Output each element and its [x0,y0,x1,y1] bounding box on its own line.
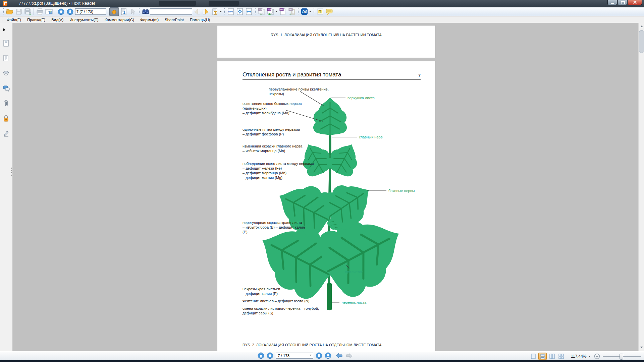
select-annotation-button[interactable] [128,8,137,16]
history-dropdown-caret[interactable] [220,11,222,13]
scroll-down-button[interactable] [639,345,644,351]
select-text-button[interactable] [119,8,128,16]
next-page-button[interactable] [65,8,74,16]
email-button[interactable] [44,8,53,16]
panel-splitter-handle[interactable] [11,168,12,176]
toolbar-grip[interactable] [313,8,315,15]
continuous-facing-mode-button[interactable] [557,353,565,360]
last-page-button[interactable] [325,352,331,359]
open-button[interactable] [5,8,14,16]
label-phosphorus-deficiency: одиночные пятна между нервами– дефицит ф… [243,127,300,136]
menu-tools[interactable]: Инструменты(T) [66,17,101,22]
menu-view[interactable]: Вид(V) [48,17,66,22]
label-molybdenum-deficiency: осветление около боковых нервов(наименьш… [243,101,302,115]
next-page-button-status[interactable] [316,352,322,359]
convert-from-scanner-button[interactable]: PDF [266,8,275,16]
save-as-icon [24,8,32,15]
docusign-button[interactable]: DS [300,8,309,16]
find-previous-button[interactable] [192,8,201,16]
svg-text:PDF: PDF [259,9,262,11]
search-input[interactable] [150,8,192,15]
arrow-up-circle-icon [58,8,64,15]
toolbar-grip[interactable] [2,8,4,15]
toolbar-separator [55,8,55,15]
single-page-mode-button[interactable] [529,353,537,360]
figure-2-caption: RYS. 2. ЛОКАЛИЗАЦИЯ ОТЛОНЕНИЙ РОСТА НА О… [243,343,382,347]
previous-page-button-status[interactable] [267,352,273,359]
menu-edit[interactable]: Правка(E) [24,17,48,22]
docusign-dropdown-caret[interactable] [309,11,311,13]
security-panel-button[interactable] [3,115,10,122]
facing-mode-button[interactable] [548,353,556,360]
svg-text:PDF: PDF [268,9,271,11]
zoom-out-button[interactable] [594,353,600,359]
bookmarks-panel-button[interactable] [3,40,10,47]
zoom-dropdown-caret[interactable] [589,356,591,358]
menu-file[interactable]: Файл(F) [4,17,24,22]
pdf-from-scanner-icon: PDF [267,8,274,15]
previous-view-button[interactable] [336,353,343,359]
find-button[interactable] [141,8,150,16]
panel-expand-arrow[interactable] [3,28,7,32]
page-combo-caret[interactable] [310,355,312,357]
menubar-grip[interactable] [1,17,3,22]
svg-text:PDF: PDF [280,9,283,11]
toolbar-grip[interactable] [297,8,299,15]
single-page-icon [531,354,536,359]
convert-dropdown-caret[interactable] [275,11,277,13]
convert-from-file-button[interactable]: PDF [257,8,266,16]
label-stipule: прилисток [345,270,363,274]
pdf-page-6: RYS. 1. ЛОКАЛИЗАЦИЯ ОТКЛОНЕНИЙ НА РАСТЕН… [217,25,435,58]
note-comment-button[interactable] [325,8,334,16]
toolbar-grip[interactable] [254,8,256,15]
continuous-icon [540,354,545,359]
print-button[interactable] [35,8,44,16]
actual-size-button[interactable]: 100% [226,8,235,16]
comments-panel-button[interactable] [3,85,10,92]
blank-pdf-button[interactable]: PDF [278,8,287,16]
page-number-field[interactable] [75,8,106,15]
close-button[interactable] [628,0,642,5]
continuous-mode-button[interactable] [538,353,547,360]
previous-page-button[interactable] [56,8,65,16]
svg-text:T: T [319,10,321,14]
save-button[interactable] [14,8,23,16]
find-next-button[interactable] [201,8,210,16]
menu-help[interactable]: Помощь(H) [187,17,213,22]
print-icon [36,8,44,15]
history-button[interactable] [210,8,219,16]
label-fe-mn-mg-deficiency: побледнение всего листа между нервами– д… [243,161,314,180]
zoom-slider-thumb[interactable] [620,354,623,360]
attachments-panel-button[interactable] [3,100,10,107]
label-leaf-edge-necrosis: некрозы края листьев– дефицит калия (P) [243,287,280,296]
svg-text:DS: DS [302,10,308,14]
toolbar-grip[interactable] [138,8,140,15]
layers-panel-button[interactable] [3,70,10,77]
window-controls [607,0,642,5]
scroll-up-button[interactable] [639,23,644,28]
zoom-slider[interactable] [603,356,641,357]
pages-panel-button[interactable] [3,55,10,62]
email-icon [45,9,53,15]
signature-panel-button[interactable] [3,130,10,137]
hand-tool-button[interactable] [109,7,119,16]
fit-width-button[interactable] [244,8,253,16]
toolbar-grip[interactable] [223,8,225,15]
menu-forms[interactable]: Формы(m) [137,17,162,22]
page-combo-box[interactable]: 7 / 173 [276,353,313,359]
scrollbar-thumb[interactable] [639,30,644,53]
save-as-button[interactable] [23,8,32,16]
convert-from-clipboard-button[interactable]: PDF [287,8,296,16]
document-area[interactable]: RYS. 1. ЛОКАЛИЗАЦИЯ ОТКЛОНЕНИЙ НА РАСТЕН… [13,23,638,351]
fit-page-button[interactable] [235,8,244,16]
menu-sharepoint[interactable]: SharePoint [162,17,187,22]
fit-width-icon [246,8,252,15]
maximize-button[interactable] [618,0,627,5]
menu-comments[interactable]: Комментарии(C) [102,17,137,22]
vertical-scrollbar[interactable] [638,23,644,351]
next-view-button[interactable] [345,353,353,359]
minimize-button[interactable] [607,0,617,5]
find-previous-icon [193,8,201,15]
highlight-text-button[interactable]: T [316,8,325,16]
first-page-button[interactable] [258,352,264,359]
